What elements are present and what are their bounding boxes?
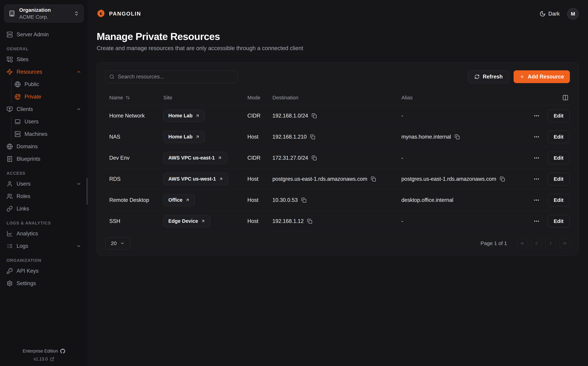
section-header-organization: ORGANIZATION (4, 256, 84, 265)
sidebar-item-users[interactable]: Users (4, 178, 84, 190)
sidebar-item-label: Sites (17, 56, 29, 62)
resource-mode: CIDR (247, 155, 272, 161)
sidebar-item-machines[interactable]: Machines (15, 128, 84, 140)
resource-name: Remote Desktop (109, 197, 163, 203)
last-page-button[interactable] (559, 238, 570, 249)
copy-button[interactable] (307, 219, 312, 224)
moon-icon (539, 11, 546, 17)
section-header-logs-analytics: LOGS & ANALYTICS (4, 219, 84, 227)
site-label: AWS VPC us-west-1 (168, 176, 216, 182)
edit-button[interactable]: Edit (548, 131, 570, 143)
site-link[interactable]: Office (163, 194, 195, 206)
refresh-button[interactable]: Refresh (468, 70, 509, 83)
copy-button[interactable] (312, 113, 317, 118)
page-title: Manage Private Resources (97, 30, 579, 42)
theme-toggle[interactable]: Dark (539, 11, 560, 17)
toolbar-right: Refresh Add Resource (468, 70, 570, 83)
copy-button[interactable] (455, 134, 460, 139)
receipt-icon (7, 156, 13, 162)
first-page-button[interactable] (517, 238, 527, 249)
row-menu-button[interactable] (533, 197, 540, 203)
sidebar-item-server-admin[interactable]: Server Admin (4, 28, 84, 41)
resources-subgroup: Public Private (11, 78, 84, 103)
sidebar-item-clients[interactable]: Clients (4, 103, 84, 115)
sidebar-item-links[interactable]: Links (4, 203, 84, 215)
search-input[interactable] (105, 70, 238, 83)
chevrons-right-icon (562, 241, 567, 246)
chevrons-left-icon (520, 241, 525, 246)
sidebar-item-logs[interactable]: Logs (4, 240, 84, 252)
ellipsis-icon (533, 176, 540, 182)
search-wrap (105, 70, 238, 83)
copy-button[interactable] (371, 176, 376, 182)
add-resource-label: Add Resource (528, 74, 564, 80)
table-row: Dev Env AWS VPC us-east-1 CIDR 172.31.27… (105, 147, 570, 168)
pagination: 20 Page 1 of 1 (105, 237, 570, 249)
site-link[interactable]: AWS VPC us-east-1 (163, 152, 227, 164)
org-selector[interactable]: Organization ACME Corp. (4, 5, 84, 23)
next-page-button[interactable] (545, 238, 556, 249)
column-visibility-button[interactable] (510, 94, 570, 101)
users-icon (7, 193, 13, 199)
copy-button[interactable] (310, 134, 315, 139)
page-size-select[interactable]: 20 (105, 237, 130, 249)
sidebar-item-public[interactable]: Public (15, 78, 84, 91)
site-link[interactable]: Edge Device (163, 215, 210, 227)
sidebar-item-domains[interactable]: Domains (4, 140, 84, 153)
edit-button[interactable]: Edit (548, 173, 570, 185)
add-resource-button[interactable]: Add Resource (514, 70, 570, 83)
row-menu-button[interactable] (533, 155, 540, 161)
row-menu-button[interactable] (533, 176, 540, 182)
resource-name: SSH (109, 218, 163, 224)
sidebar-item-analytics[interactable]: Analytics (4, 227, 84, 240)
site-label: Home Lab (168, 134, 192, 140)
sidebar-item-client-users[interactable]: Users (15, 115, 84, 128)
avatar[interactable]: M (567, 8, 579, 20)
edit-button[interactable]: Edit (548, 215, 570, 227)
sidebar-item-private[interactable]: Private (15, 91, 84, 103)
edit-button[interactable]: Edit (548, 194, 570, 206)
sidebar-item-label: Clients (17, 106, 33, 112)
sidebar-item-resources[interactable]: Resources (4, 66, 84, 78)
sidebar-item-api-keys[interactable]: API Keys (4, 265, 84, 277)
main-content: PANGOLIN Dark M Manage Private Resources… (88, 0, 588, 366)
copy-button[interactable] (312, 155, 317, 160)
version-line[interactable]: v1.13.0 (34, 357, 54, 361)
sidebar-item-label: Public (24, 81, 39, 87)
columns-icon (562, 94, 568, 101)
copy-icon (301, 198, 306, 203)
row-menu-button[interactable] (533, 134, 540, 140)
column-header-name[interactable]: Name (109, 95, 163, 100)
row-menu-button[interactable] (533, 218, 540, 224)
previous-page-button[interactable] (531, 238, 542, 249)
pangolin-logo-icon (97, 9, 106, 18)
sidebar-item-roles[interactable]: Roles (4, 190, 84, 203)
edition-line[interactable]: Enterprise Edition (23, 348, 65, 354)
resource-destination: 10.30.0.53 (272, 197, 298, 203)
copy-button[interactable] (500, 176, 505, 182)
topbar: PANGOLIN Dark M (97, 8, 579, 20)
edit-button[interactable]: Edit (548, 110, 570, 122)
sidebar: Organization ACME Corp. Server Admin GEN… (0, 0, 88, 366)
sidebar-item-label: Users (24, 119, 38, 125)
copy-button[interactable] (301, 198, 306, 203)
sidebar-item-blueprints[interactable]: Blueprints (4, 153, 84, 165)
resources-card: Refresh Add Resource Name Site Mode Dest… (97, 62, 579, 256)
site-link[interactable]: AWS VPC us-west-1 (163, 173, 228, 185)
avatar-initial: M (571, 11, 575, 17)
resource-mode: Host (247, 176, 272, 182)
resource-name: Home Network (109, 113, 163, 119)
sidebar-item-label: Links (17, 206, 29, 212)
sidebar-scrollbar[interactable] (87, 178, 88, 205)
chevron-up-icon (76, 69, 81, 75)
brand: PANGOLIN (97, 9, 141, 18)
sidebar-item-label: Domains (17, 144, 38, 150)
site-link[interactable]: Home Lab (163, 110, 205, 122)
site-link[interactable]: Home Lab (163, 131, 205, 143)
edit-button[interactable]: Edit (548, 152, 570, 164)
row-menu-button[interactable] (533, 113, 540, 119)
sidebar-item-sites[interactable]: Sites (4, 53, 84, 66)
sidebar-item-settings[interactable]: Settings (4, 277, 84, 290)
ellipsis-icon (533, 155, 540, 161)
column-label: Destination (272, 95, 298, 100)
